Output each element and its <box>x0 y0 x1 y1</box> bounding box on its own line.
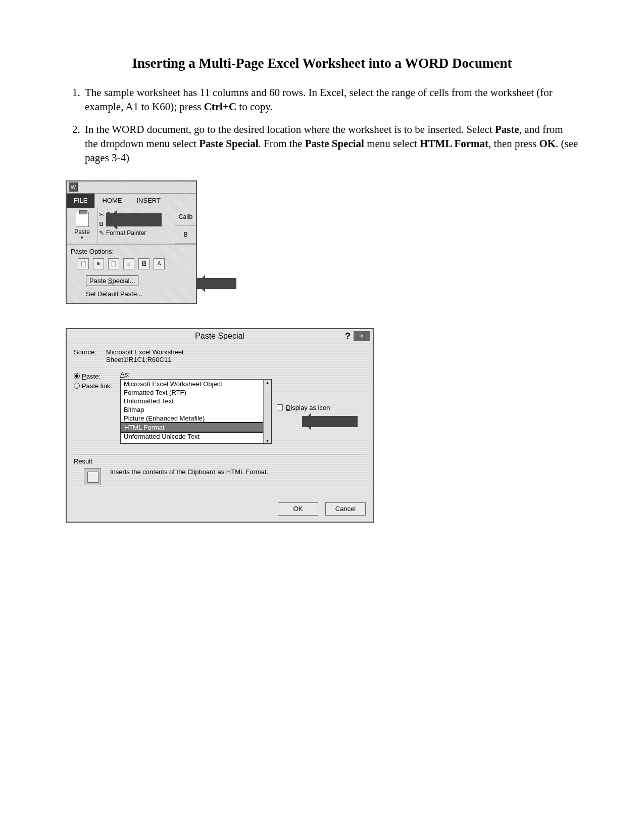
dialog-title-text: Paste Special <box>195 332 244 341</box>
paste-options-label: Paste Options: <box>71 248 192 255</box>
ribbon-tabs: FILE HOME INSERT <box>67 194 196 208</box>
set-default-paste-menu-item[interactable]: Set Default Paste... <box>86 290 192 298</box>
radio-icon <box>74 383 80 389</box>
word-app-icon: W <box>69 182 78 192</box>
paintbrush-icon: ✎ <box>99 229 104 237</box>
cancel-button[interactable]: Cancel <box>325 502 366 516</box>
list-item[interactable]: Formatted Text (RTF) <box>121 388 271 397</box>
list-item[interactable]: Bitmap <box>121 405 271 414</box>
instruction-list: The sample worksheet has 11 columns and … <box>66 85 578 165</box>
as-label: As: <box>120 370 272 378</box>
ok-button[interactable]: OK <box>278 502 318 516</box>
result-description: Inserts the contents of the Clipboard as… <box>110 468 268 476</box>
step-1: The sample worksheet has 11 columns and … <box>83 85 578 114</box>
tab-file[interactable]: FILE <box>67 194 95 208</box>
paste-special-menu-item[interactable]: Paste Special... <box>86 275 138 286</box>
tab-home[interactable]: HOME <box>95 194 129 208</box>
radio-icon <box>74 373 80 379</box>
tab-insert[interactable]: INSERT <box>129 194 168 208</box>
titlebar: W <box>67 181 196 194</box>
paste-special-dialog: Paste Special ? × Source: Microsoft Exce… <box>66 328 374 523</box>
close-button[interactable]: × <box>354 331 370 341</box>
font-group-fragment: Calib B <box>175 208 196 244</box>
scrollbar[interactable]: ▴ ▾ <box>263 380 271 443</box>
format-listbox[interactable]: Microsoft Excel Worksheet Object Formatt… <box>120 379 272 444</box>
annotation-arrow-icon <box>106 213 162 226</box>
paste-option-icon[interactable]: ≣ <box>123 258 134 269</box>
chevron-down-icon: ▾ <box>81 236 83 240</box>
list-item[interactable]: Unformatted Text <box>121 397 271 405</box>
ribbon-clipboard-group: Paste ▾ ✂ Cut ⧉ Copy ✎ Format Painter <box>67 208 196 244</box>
dialog-titlebar: Paste Special ? × <box>67 329 373 344</box>
paste-option-icon[interactable]: ≡ <box>93 258 104 269</box>
annotation-arrow-icon <box>196 278 236 289</box>
list-item[interactable]: Microsoft Excel Worksheet Object <box>121 380 271 388</box>
paste-option-icon[interactable]: A <box>154 258 165 269</box>
result-heading: Result <box>74 457 366 465</box>
list-item-selected[interactable]: HTML Format <box>120 422 272 433</box>
paste-dropdown-menu: Paste Options: 📋 ≡ 📋 ≣ 🖼 A Paste Special… <box>67 244 196 303</box>
source-row: Source: Microsoft Excel Worksheet Sheet1… <box>74 348 366 363</box>
font-name-fragment[interactable]: Calib <box>175 208 196 226</box>
help-button[interactable]: ? <box>345 331 351 342</box>
paste-option-icon[interactable]: 🖼 <box>138 258 150 269</box>
step-2: In the WORD document, go to the desired … <box>83 122 578 165</box>
list-item[interactable]: Unformatted Unicode Text <box>121 432 271 441</box>
clipboard-result-icon <box>84 468 101 485</box>
paste-button[interactable]: Paste ▾ <box>67 208 98 244</box>
word-ribbon-screenshot: W FILE HOME INSERT Paste ▾ ✂ Cut ⧉ Copy <box>66 180 197 304</box>
scroll-down-icon[interactable]: ▾ <box>266 438 269 443</box>
display-as-icon-checkbox[interactable]: Display as icon <box>277 372 330 444</box>
clipboard-icon <box>76 212 89 227</box>
paste-option-icon[interactable]: 📋 <box>78 258 89 269</box>
bold-button[interactable]: B <box>175 226 196 244</box>
paste-link-radio[interactable]: Paste link: <box>74 382 115 390</box>
source-label: Source: <box>74 348 102 363</box>
paste-radio[interactable]: Paste: <box>74 373 115 380</box>
paste-option-icon[interactable]: 📋 <box>108 258 119 269</box>
annotation-arrow-icon <box>302 416 358 427</box>
page-title: Inserting a Multi-Page Excel Worksheet i… <box>66 56 578 71</box>
scroll-up-icon[interactable]: ▴ <box>266 380 269 385</box>
list-item[interactable]: Picture (Enhanced Metafile) <box>121 414 271 423</box>
checkbox-icon <box>277 404 283 410</box>
